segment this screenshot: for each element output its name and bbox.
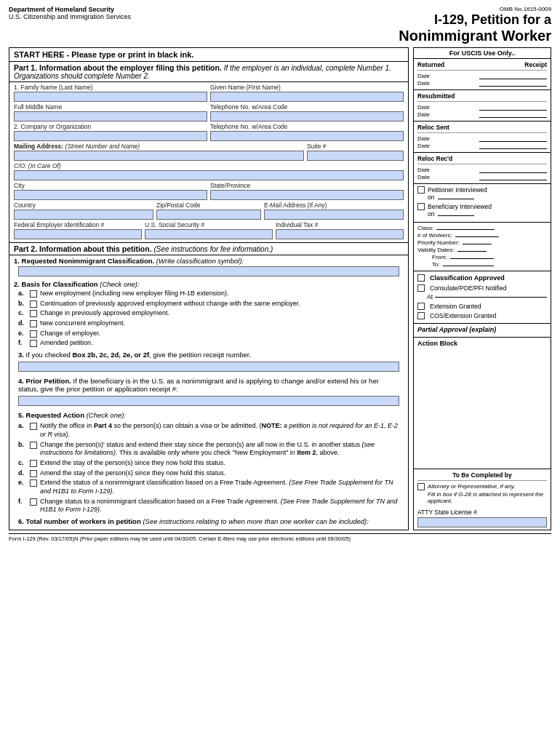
given-name-field: Given Name (First Name) xyxy=(210,84,404,103)
reloc-sent-label: Reloc Sent xyxy=(417,124,547,133)
part2-content: 1. Requested Nonimmigrant Classification… xyxy=(9,255,408,530)
fed-id-input[interactable] xyxy=(14,229,142,239)
resubmitted-label: Resubmitted xyxy=(417,92,547,102)
telephone2-input[interactable] xyxy=(210,131,404,141)
country-label: Country xyxy=(14,202,153,209)
atty-state-input[interactable] xyxy=(417,517,547,527)
telephone2-label: Telephone No. w/Area Code xyxy=(210,123,404,130)
city-input[interactable] xyxy=(14,190,207,200)
action-option-e: e. Extend the status of a nonimmigrant c… xyxy=(14,479,404,495)
suite-input[interactable] xyxy=(307,151,404,161)
date2-row: Date xyxy=(417,80,547,87)
classif-approved-title: Classification Approved xyxy=(417,274,547,282)
reloc-recd-label: Reloc Rec'd xyxy=(417,155,547,164)
petitioner-interviewed-checkbox[interactable] xyxy=(417,186,425,194)
country-input[interactable] xyxy=(14,210,153,220)
co-input[interactable] xyxy=(14,170,404,180)
action-c-checkbox[interactable] xyxy=(30,460,37,467)
action-e-checkbox[interactable] xyxy=(30,479,37,487)
resubmitted-section: Resubmitted Date Date xyxy=(414,90,551,121)
zip-input[interactable] xyxy=(156,210,261,220)
middle-name-input[interactable] xyxy=(14,111,207,121)
reloc-recd-section: Reloc Rec'd Date Date xyxy=(414,153,551,184)
state-input[interactable] xyxy=(210,190,404,200)
action-b-checkbox[interactable] xyxy=(30,442,37,449)
returned-receipt-row: Returned Receipt xyxy=(417,61,547,71)
from-row: From: xyxy=(417,254,547,260)
agency-name: U.S. Citizenship and Immigration Service… xyxy=(9,13,131,20)
item4-input-container xyxy=(14,396,404,410)
country-zip-email-row: Country Zip/Postal Code E-Mail Address (… xyxy=(14,202,404,221)
basis-a-checkbox[interactable] xyxy=(30,290,37,298)
date6-row: Date xyxy=(417,143,547,149)
company-field: 2. Company or Organization xyxy=(14,123,207,143)
right-column: For USCIS Use Only.. Returned Receipt Da… xyxy=(413,47,551,530)
workers-row: # of Workers: xyxy=(417,232,547,239)
extension-granted-checkbox[interactable] xyxy=(417,303,425,310)
returned-receipt-section: Returned Receipt Date Date xyxy=(414,59,551,90)
form-title-2: Nonimmigrant Worker xyxy=(399,28,551,44)
part2-header: Part 2. Information about this petition.… xyxy=(9,242,408,255)
date1-row: Date xyxy=(417,73,547,79)
consulate-checkbox[interactable] xyxy=(417,284,425,292)
suite-label: Suite # xyxy=(307,143,404,150)
basis-f-checkbox[interactable] xyxy=(30,340,37,347)
basis-d-checkbox[interactable] xyxy=(30,320,37,327)
date3-row: Date xyxy=(417,104,547,111)
to-be-completed-section: To Be Completed by Attorney or Represent… xyxy=(414,469,551,530)
middle-phone-row: Full Middle Name Telephone No. w/Area Co… xyxy=(14,103,404,123)
email-input[interactable] xyxy=(264,210,404,220)
extension-granted-row: Extension Granted xyxy=(417,302,547,310)
fill-text: Fill in box if G-28 is attached to repre… xyxy=(428,491,547,504)
left-column: START HERE - Please type or print in bla… xyxy=(9,47,409,530)
interviewed-section: Petitioner Interviewed on Beneficiary In… xyxy=(414,184,551,223)
cos-extension-checkbox[interactable] xyxy=(417,312,425,319)
item2: 2. Basis for Classification (Check one): xyxy=(14,280,404,288)
action-option-a: a. Notify the office in Part 4 so the pe… xyxy=(14,422,404,439)
basis-c-checkbox[interactable] xyxy=(30,310,37,317)
telephone-input[interactable] xyxy=(210,111,404,121)
dept-name: Department of Homeland Security xyxy=(9,6,131,13)
country-field: Country xyxy=(14,202,153,221)
action-block-title: Action Block xyxy=(417,340,547,347)
family-name-input[interactable] xyxy=(14,92,207,102)
part1-fields: 1. Family Name (Last Name) Given Name (F… xyxy=(9,82,408,242)
given-name-input[interactable] xyxy=(210,92,404,102)
date7-row: Date xyxy=(417,167,547,173)
classif-approved-checkbox[interactable] xyxy=(417,274,425,282)
atty-checkbox[interactable] xyxy=(417,483,425,490)
tax-input[interactable] xyxy=(276,229,404,239)
action-option-f: f. Change status to a nonimmigrant class… xyxy=(14,498,404,514)
part2-note: (See instructions for fee information.) xyxy=(153,245,273,253)
part1-header: Part 1. Information about the employer f… xyxy=(9,62,408,82)
action-f-checkbox[interactable] xyxy=(30,498,37,506)
prior-petition-input[interactable] xyxy=(18,396,399,406)
zip-label: Zip/Postal Code xyxy=(156,202,261,209)
page: Department of Homeland Security U.S. Cit… xyxy=(0,0,560,745)
action-a-checkbox[interactable] xyxy=(30,423,37,430)
mailing-row: Mailing Address: (Street Number and Name… xyxy=(14,143,404,162)
item6: 6. Total number of workers in petition (… xyxy=(14,516,404,527)
company-label: 2. Company or Organization xyxy=(14,123,207,130)
basis-e-checkbox[interactable] xyxy=(30,330,37,338)
ssn-input[interactable] xyxy=(145,229,273,239)
action-d-checkbox[interactable] xyxy=(30,470,37,477)
header-right: OMB No.1615-0009 I-129, Petition for a N… xyxy=(399,6,551,44)
classification-input[interactable] xyxy=(18,266,399,276)
name-row: 1. Family Name (Last Name) Given Name (F… xyxy=(14,84,404,103)
fed-id-field: Federal Employer Identification # xyxy=(14,221,142,241)
tax-field: Individual Tax # xyxy=(276,221,404,241)
petition-receipt-input[interactable] xyxy=(18,362,399,372)
priority-row: Priority Number: xyxy=(417,239,547,246)
petitioner-interviewed-row: Petitioner Interviewed on xyxy=(417,186,547,201)
item3: 3. If you checked Box 2b, 2c, 2d, 2e, or… xyxy=(14,349,404,360)
basis-option-c: c. Change in previously approved employm… xyxy=(14,309,404,318)
email-label: E-Mail Address (If Any) xyxy=(264,202,404,209)
city-field: City xyxy=(14,182,207,202)
header: Department of Homeland Security U.S. Cit… xyxy=(9,6,551,44)
mailing-input[interactable] xyxy=(14,151,304,161)
beneficiary-interviewed-checkbox[interactable] xyxy=(417,203,425,210)
basis-b-checkbox[interactable] xyxy=(30,300,37,308)
company-input[interactable] xyxy=(14,131,207,141)
date4-row: Date xyxy=(417,111,547,118)
